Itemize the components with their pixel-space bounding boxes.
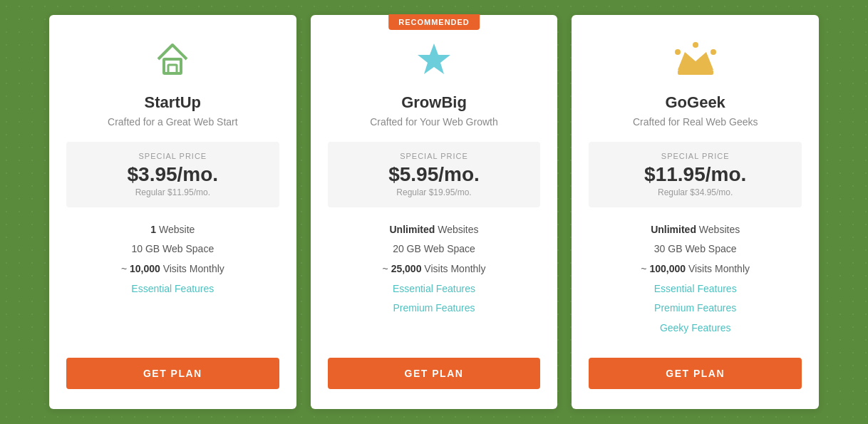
svg-rect-4 <box>678 70 713 75</box>
crown-icon <box>673 36 718 82</box>
special-price-label: SPECIAL PRICE <box>600 152 790 160</box>
plan-card-gogeek: GoGeekCrafted for Real Web Geeks SPECIAL… <box>572 15 819 410</box>
get-plan-button[interactable]: GET PLAN <box>328 358 541 389</box>
features-list: Unlimited Websites30 GB Web Space~ 100,0… <box>589 223 802 341</box>
feature-link[interactable]: Essential Features <box>393 283 475 294</box>
list-item: 1 Website <box>66 223 279 237</box>
list-item: Essential Features <box>328 282 541 296</box>
star-icon <box>411 36 457 82</box>
recommended-badge: RECOMMENDED <box>388 14 480 30</box>
price-box: SPECIAL PRICE $11.95/mo. Regular $34.95/… <box>589 142 802 207</box>
list-item: Essential Features <box>66 282 279 296</box>
price-amount: $5.95/mo. <box>339 163 529 186</box>
features-list: Unlimited Websites20 GB Web Space~ 25,00… <box>328 223 541 341</box>
plan-tagline: Crafted for Real Web Geeks <box>633 116 758 128</box>
plan-card-startup: StartUpCrafted for a Great Web Start SPE… <box>49 15 296 410</box>
regular-price: Regular $19.95/mo. <box>339 187 529 197</box>
price-amount: $11.95/mo. <box>600 163 790 186</box>
svg-point-7 <box>711 49 716 55</box>
plan-tagline: Crafted for Your Web Growth <box>370 116 498 128</box>
house-icon <box>150 36 195 82</box>
feature-link[interactable]: Premium Features <box>393 302 475 314</box>
feature-link[interactable]: Premium Features <box>654 302 736 314</box>
list-item: ~ 10,000 Visits Monthly <box>66 262 279 276</box>
plans-container: StartUpCrafted for a Great Web Start SPE… <box>42 15 826 410</box>
plan-card-growbig: RECOMMENDED GrowBigCrafted for Your Web … <box>311 15 558 410</box>
regular-price: Regular $34.95/mo. <box>600 187 790 197</box>
plan-name: StartUp <box>145 93 201 112</box>
regular-price: Regular $11.95/mo. <box>78 187 268 197</box>
special-price-label: SPECIAL PRICE <box>78 152 268 160</box>
svg-marker-2 <box>418 43 450 74</box>
svg-point-5 <box>675 49 681 55</box>
get-plan-button[interactable]: GET PLAN <box>66 358 279 389</box>
special-price-label: SPECIAL PRICE <box>339 152 529 160</box>
list-item: ~ 25,000 Visits Monthly <box>328 262 541 276</box>
svg-point-6 <box>693 42 698 48</box>
plan-name: GrowBig <box>401 93 467 112</box>
list-item: Essential Features <box>589 282 802 296</box>
feature-link[interactable]: Essential Features <box>654 283 737 294</box>
svg-rect-0 <box>164 59 181 73</box>
list-item: 20 GB Web Space <box>328 242 541 257</box>
price-amount: $3.95/mo. <box>78 163 268 186</box>
get-plan-button[interactable]: GET PLAN <box>589 358 802 389</box>
list-item: ~ 100,000 Visits Monthly <box>589 262 802 276</box>
svg-marker-3 <box>678 52 713 70</box>
list-item: 30 GB Web Space <box>589 242 802 257</box>
list-item: 10 GB Web Space <box>66 242 279 257</box>
price-box: SPECIAL PRICE $3.95/mo. Regular $11.95/m… <box>66 142 279 207</box>
plan-tagline: Crafted for a Great Web Start <box>108 116 238 128</box>
price-box: SPECIAL PRICE $5.95/mo. Regular $19.95/m… <box>328 142 541 207</box>
list-item: Unlimited Websites <box>328 223 541 237</box>
list-item: Premium Features <box>589 301 802 316</box>
list-item: Unlimited Websites <box>589 223 802 237</box>
list-item: Premium Features <box>328 301 541 316</box>
features-list: 1 Website10 GB Web Space~ 10,000 Visits … <box>66 223 279 341</box>
feature-link[interactable]: Essential Features <box>131 283 214 294</box>
feature-link[interactable]: Geeky Features <box>660 322 731 333</box>
plan-name: GoGeek <box>665 93 725 112</box>
list-item: Geeky Features <box>589 321 802 336</box>
